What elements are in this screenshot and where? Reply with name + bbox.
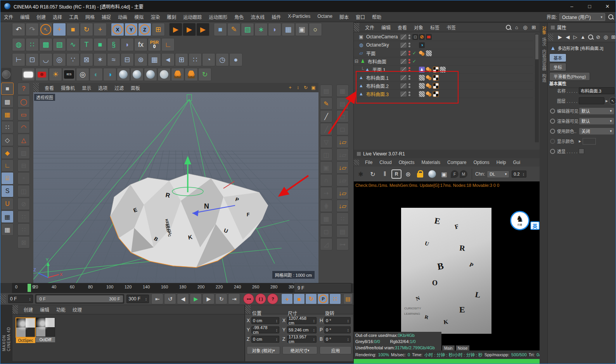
material-sphere-3-button[interactable] bbox=[144, 68, 157, 81]
expand-arrow-icon[interactable]: ▸ bbox=[579, 138, 581, 144]
polygon-groups-button[interactable]: ▩ bbox=[39, 38, 52, 51]
texture-mode-button[interactable]: ▩ bbox=[1, 95, 14, 108]
spline-dots-button[interactable]: ∿ bbox=[66, 38, 80, 51]
material-sphere-4-button[interactable] bbox=[157, 68, 171, 81]
add-cube-object-button[interactable]: ■ bbox=[214, 23, 227, 36]
cube-line-tool-button[interactable]: ■ bbox=[93, 38, 107, 51]
layer-field[interactable] bbox=[579, 97, 604, 104]
spinner-icon[interactable]: ↕ bbox=[29, 297, 31, 301]
dice-tool-button[interactable]: ⊠ bbox=[80, 53, 93, 66]
keyframe-circle-icon[interactable] bbox=[550, 109, 555, 114]
flow-tool-button[interactable]: ⇢ bbox=[320, 187, 332, 199]
attr-tab-基本[interactable]: 基本 bbox=[549, 53, 566, 62]
material-thumbnail[interactable] bbox=[36, 317, 55, 337]
layer-slash-icon[interactable] bbox=[400, 91, 407, 97]
visibility-dots[interactable] bbox=[408, 91, 411, 97]
mesh-cube-button[interactable]: ▧ bbox=[53, 38, 66, 51]
spinner-icon[interactable]: ↕ bbox=[313, 328, 315, 332]
mouse-interaction-mode-button[interactable]: ⌸ bbox=[1, 172, 14, 185]
coords-field-position-x[interactable]: 0 cm↕ bbox=[251, 317, 279, 324]
object-row-布料曲面-1[interactable]: ▲布料曲面.1 bbox=[354, 74, 533, 82]
panel-grip[interactable] bbox=[0, 295, 6, 303]
menu-窗口[interactable]: 窗口 bbox=[352, 14, 369, 20]
menu-octane[interactable]: Octane bbox=[314, 14, 336, 20]
menu-网格[interactable]: 网格 bbox=[82, 14, 98, 20]
layer-slash-icon[interactable] bbox=[400, 75, 407, 80]
cube-link-tool-button[interactable]: ⊞ bbox=[175, 53, 188, 66]
last-used-tool-button[interactable]: + bbox=[93, 23, 107, 36]
lock-x-axis-button[interactable]: X bbox=[111, 23, 124, 36]
object-row-布料曲面-3[interactable]: ▲布料曲面.3 bbox=[354, 90, 533, 98]
add-array-button[interactable]: ∗ bbox=[254, 23, 268, 36]
object-row-布料曲面-2[interactable]: ▲布料曲面.2 bbox=[354, 82, 533, 90]
clock-tool-button[interactable]: ◷ bbox=[216, 53, 229, 66]
viewport-menu-摄像机[interactable]: 摄像机 bbox=[57, 85, 78, 91]
uv-tool-2-button[interactable]: ⊟ bbox=[17, 159, 30, 172]
weld-tool-button[interactable]: ▤ bbox=[336, 225, 349, 238]
restart-render-button[interactable]: ↻ bbox=[367, 169, 378, 179]
menu-运动跟踪[interactable]: 运动跟踪 bbox=[180, 14, 205, 20]
mesh-tool-b4-button[interactable]: ↓▱ bbox=[336, 148, 349, 161]
spinner-icon[interactable]: ↕ bbox=[523, 172, 525, 176]
menu-工具[interactable]: 工具 bbox=[66, 14, 82, 20]
octane-camera-button[interactable] bbox=[35, 68, 48, 81]
om-menu-对象[interactable]: 对象 bbox=[410, 24, 427, 31]
triangulate-tool-button[interactable]: ▽ bbox=[320, 136, 332, 148]
attr-tab-平滑着色-phong-[interactable]: 平滑着色(Phong) bbox=[549, 72, 590, 81]
film-region-button[interactable]: ▣ bbox=[439, 169, 450, 179]
side-tab-内容浏览器[interactable]: 内容浏览器 bbox=[541, 49, 547, 71]
timeline-grip[interactable] bbox=[0, 283, 12, 293]
dots-grid-1-button[interactable]: ∷ bbox=[17, 210, 30, 223]
coords-field-size-x[interactable]: 1207.458 cm↕ bbox=[287, 317, 317, 324]
attr-cursor-icon[interactable]: ▲ bbox=[580, 34, 586, 40]
goto-start-button[interactable]: ⇤ bbox=[151, 293, 163, 304]
panel-grip[interactable] bbox=[354, 23, 359, 32]
start-frame-field[interactable]: 0 F↕ bbox=[8, 295, 33, 303]
visibility-dots[interactable] bbox=[408, 34, 411, 40]
cube-shuffle-tool-button[interactable]: ⊟ bbox=[121, 53, 134, 66]
magnet-tool-button[interactable]: U bbox=[1, 198, 14, 210]
bevel-tool-button[interactable]: ◿ bbox=[320, 238, 332, 250]
visibility-dots[interactable] bbox=[408, 59, 411, 64]
render-to-picture-viewer-button[interactable]: ▶ bbox=[183, 23, 196, 36]
material-menu-编辑[interactable]: 编辑 bbox=[36, 306, 53, 313]
spinner-icon[interactable]: ↕ bbox=[276, 337, 278, 342]
object-row-octanecamera[interactable]: ▣OctaneCamera⊡⊘ bbox=[354, 33, 533, 41]
mat-tag-icon[interactable] bbox=[419, 50, 425, 56]
menu-帮助[interactable]: 帮助 bbox=[369, 14, 385, 20]
smooth-shift-tool-button[interactable]: ↓▱ bbox=[336, 200, 349, 212]
layer-slash-icon[interactable] bbox=[400, 67, 407, 72]
mat-tag-icon[interactable] bbox=[426, 75, 432, 81]
play-forward-button[interactable]: ▶ bbox=[190, 293, 202, 304]
undo-button[interactable]: ↶ bbox=[12, 23, 25, 36]
render-view-button[interactable]: ▶ bbox=[169, 23, 182, 36]
visibility-dots[interactable] bbox=[408, 75, 411, 80]
previous-frame-button[interactable]: ◀ bbox=[177, 293, 189, 304]
circle-selection-button[interactable]: ◯ bbox=[17, 95, 30, 108]
sketch-pen-tool-button[interactable]: ✎ bbox=[320, 97, 332, 110]
visibility-dots[interactable] bbox=[408, 67, 411, 72]
snap-mode-button[interactable]: S bbox=[1, 185, 14, 197]
pick-layer-button[interactable]: ↖ bbox=[609, 97, 616, 105]
om-search-icon[interactable] bbox=[505, 24, 512, 31]
display-color-swatch[interactable] bbox=[583, 138, 596, 145]
name-field[interactable]: 布料曲面.3 bbox=[579, 87, 614, 94]
menu-模拟[interactable]: 模拟 bbox=[131, 14, 147, 20]
lasso-selection-button[interactable]: ◠ bbox=[17, 121, 30, 133]
attr-lock-icon[interactable]: ⊘ bbox=[595, 34, 601, 40]
stitch-tool-button[interactable]: ⊶ bbox=[336, 238, 349, 250]
lv-menu-options[interactable]: Options bbox=[470, 160, 493, 165]
object-row-布料曲面[interactable]: ⊟♟布料曲面✓ bbox=[354, 57, 533, 66]
uv-tool-6-button[interactable]: ⊠ bbox=[17, 236, 30, 248]
rectangle-selection-button[interactable]: ▭ bbox=[17, 108, 30, 121]
toggle-view-icon[interactable]: ▣ bbox=[310, 84, 317, 91]
sky-tag-icon[interactable]: ◑ bbox=[419, 42, 425, 48]
dots-grid-2-button[interactable]: ∷ bbox=[17, 223, 30, 236]
keyframe-rotation-button[interactable]: ↻ bbox=[305, 293, 317, 304]
lock-resolution-button[interactable] bbox=[415, 169, 426, 179]
attr-add-icon[interactable]: ⊞ bbox=[610, 34, 616, 40]
knife-tool-button[interactable]: ╱ bbox=[320, 110, 332, 122]
maximize-button[interactable]: □ bbox=[581, 0, 599, 12]
tex-tag-icon[interactable] bbox=[419, 91, 425, 97]
lock-workplane-button[interactable]: ▦ bbox=[1, 210, 14, 223]
